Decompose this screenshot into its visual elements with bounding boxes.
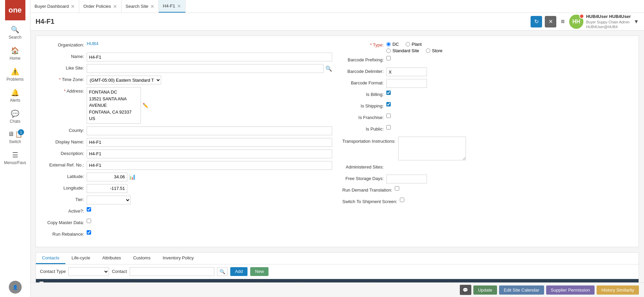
- tab-contacts[interactable]: Contacts: [36, 253, 65, 264]
- run-rebalance-label: Run Rebalance:: [43, 230, 87, 237]
- sidebar-item-home[interactable]: 🏠 Home: [0, 43, 30, 64]
- type-standard-label: Standard Site: [392, 48, 419, 53]
- description-input[interactable]: [87, 150, 332, 158]
- sidebar-item-switch[interactable]: 🖥 📋 1 Switch: [0, 127, 30, 147]
- update-button[interactable]: Update: [473, 285, 497, 295]
- tier-select[interactable]: [87, 196, 131, 204]
- app-logo[interactable]: one: [5, 0, 25, 20]
- user-avatar-small[interactable]: 👤: [9, 281, 22, 294]
- tier-row: Tier:: [43, 196, 332, 204]
- sidebar-item-menus[interactable]: ☰ Menus/Favs: [0, 147, 30, 169]
- tab-inventory-policy[interactable]: Inventory Policy: [156, 253, 200, 264]
- latitude-input[interactable]: [87, 173, 127, 181]
- map-icon-button[interactable]: 📊: [129, 174, 136, 180]
- close-tab-icon[interactable]: ✕: [150, 4, 154, 9]
- hamburger-menu-button[interactable]: ≡: [559, 16, 566, 27]
- contact-type-select[interactable]: [68, 267, 109, 276]
- is-franchise-checkbox[interactable]: [386, 114, 391, 118]
- header-bar: H4-F1 ↻ ✕ ≡ HH HUB4User HUB4User Buyer S…: [30, 13, 644, 31]
- type-plant-row: Plant: [406, 42, 422, 47]
- refresh-button[interactable]: ↻: [531, 16, 542, 27]
- barcode-format-input[interactable]: [386, 79, 427, 88]
- select-all-checkbox[interactable]: [39, 281, 44, 283]
- form-grid: Organization: HUB4 Name: Like: [43, 41, 632, 242]
- type-standard-radio[interactable]: [386, 48, 391, 53]
- tab-label: Search Site: [126, 4, 148, 9]
- contact-input[interactable]: [130, 267, 214, 276]
- avatar: HH: [569, 15, 583, 29]
- close-tab-icon[interactable]: ✕: [71, 4, 75, 9]
- user-name: HUB4User HUB4User: [586, 14, 631, 20]
- add-button[interactable]: Add: [230, 267, 248, 276]
- tab-lifecycle[interactable]: Life-cycle: [65, 253, 96, 264]
- run-rebalance-checkbox[interactable]: [87, 230, 91, 235]
- address-row: Address: FONTANA DC13521 SANTA ANA AVENU…: [43, 87, 332, 124]
- longitude-label: Longitude:: [43, 184, 87, 191]
- switch-shipment-checkbox[interactable]: [400, 198, 404, 202]
- is-public-checkbox[interactable]: [386, 125, 391, 130]
- form-left-column: Organization: HUB4 Name: Like: [43, 41, 332, 242]
- type-dc-radio[interactable]: [386, 42, 391, 46]
- supplier-permission-button[interactable]: Supplier Permission: [546, 285, 595, 295]
- type-row: * Type: DC Plant: [342, 41, 632, 53]
- transport-row: Transportation Instructions:: [342, 137, 632, 160]
- tab-attributes[interactable]: Attributes: [96, 253, 127, 264]
- tab-order-policies[interactable]: Order Policies ✕: [79, 0, 122, 13]
- name-value: [87, 53, 332, 61]
- contact-search-button[interactable]: 🔍: [217, 267, 228, 276]
- sidebar-item-problems[interactable]: ⚠️ Problems: [0, 64, 30, 85]
- free-storage-label: Free Storage Days:: [342, 175, 386, 181]
- organization-link[interactable]: HUB4: [87, 41, 99, 46]
- type-plant-label: Plant: [412, 42, 422, 47]
- close-tab-icon[interactable]: ✕: [113, 4, 117, 9]
- name-input[interactable]: [87, 53, 332, 61]
- is-franchise-label: Is Franchise:: [342, 114, 386, 120]
- administered-sites-label: Administered Sites:: [342, 163, 386, 170]
- county-label: County:: [43, 126, 87, 133]
- address-edit-button[interactable]: ✏️: [143, 103, 148, 108]
- sidebar-item-alerts[interactable]: 🔔 Alerts: [0, 85, 30, 106]
- like-site-row: Like Site: 🔍: [43, 64, 332, 73]
- close-button[interactable]: ✕: [545, 16, 556, 27]
- is-billing-checkbox[interactable]: [386, 91, 391, 95]
- new-button[interactable]: New: [250, 267, 269, 276]
- free-storage-input[interactable]: [386, 175, 427, 183]
- tab-search-site[interactable]: Search Site ✕: [122, 0, 159, 13]
- is-public-row: Is Public:: [342, 125, 632, 134]
- header-actions: ↻ ✕ ≡ HH HUB4User HUB4User Buyer Suppy C…: [531, 14, 639, 29]
- transport-textarea[interactable]: [398, 137, 466, 160]
- history-similarity-button[interactable]: History Similarity: [597, 285, 639, 295]
- type-plant-radio[interactable]: [406, 42, 410, 46]
- county-input[interactable]: [87, 126, 332, 135]
- barcode-delimiter-input[interactable]: [386, 67, 427, 76]
- display-name-input[interactable]: [87, 138, 332, 147]
- sidebar-item-label: Chats: [10, 119, 20, 124]
- like-site-search-button[interactable]: 🔍: [325, 65, 332, 72]
- chat-icon: 💬: [11, 110, 19, 118]
- barcode-delimiter-label: Barcode Delimiter:: [342, 67, 386, 74]
- run-rebalance-row: Run Rebalance:: [43, 230, 332, 239]
- sidebar-item-chats[interactable]: 💬 Chats: [0, 106, 30, 127]
- edit-site-calendar-button[interactable]: Edit Site Calendar: [499, 285, 544, 295]
- comment-button[interactable]: 💬: [460, 285, 471, 295]
- barcode-prefixing-checkbox[interactable]: [386, 56, 391, 60]
- time-zone-select[interactable]: (GMT-05:00) Eastern Standard Time (Ameri…: [87, 76, 161, 84]
- col-first-name: First Name: [299, 279, 374, 283]
- avatar-icon: 👤: [13, 285, 18, 290]
- like-site-input[interactable]: [87, 64, 324, 73]
- switch-shipment-row: Switch To Shipment Screen:: [342, 198, 632, 206]
- run-demand-checkbox[interactable]: [395, 186, 399, 191]
- sidebar-item-search[interactable]: 🔍 Search: [0, 22, 30, 43]
- tab-h4f1[interactable]: H4-F1 ✕: [159, 0, 186, 13]
- active-checkbox[interactable]: [87, 207, 91, 212]
- tab-buyer-dashboard[interactable]: Buyer Dashboard ✕: [30, 0, 79, 13]
- longitude-input[interactable]: [87, 184, 127, 193]
- is-shipping-checkbox[interactable]: [386, 102, 391, 106]
- display-name-row: Display Name:: [43, 138, 332, 147]
- copy-master-checkbox[interactable]: [87, 219, 91, 223]
- close-tab-icon[interactable]: ✕: [177, 3, 181, 9]
- type-store-radio[interactable]: [426, 48, 430, 53]
- external-ref-input[interactable]: [87, 161, 332, 170]
- user-section[interactable]: HH HUB4User HUB4User Buyer Suppy Chain A…: [569, 14, 639, 29]
- tab-customs[interactable]: Customs: [127, 253, 156, 264]
